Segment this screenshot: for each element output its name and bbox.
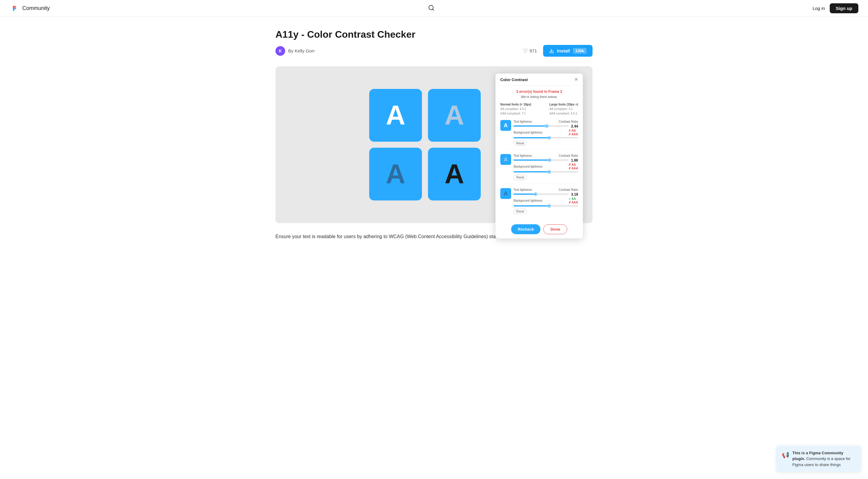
letter-grid: A A A A xyxy=(369,89,481,201)
download-icon xyxy=(549,49,554,53)
wcag-normal-title: Normal fonts (< 19px) xyxy=(500,103,531,106)
bg-lightness-label-2: Background lightness xyxy=(514,165,542,168)
reset-button-1[interactable]: Reset xyxy=(514,141,527,146)
panel-header: Color Contrast ✕ xyxy=(495,73,583,86)
reset-button-2[interactable]: Reset xyxy=(514,175,527,180)
text-slider-2[interactable] xyxy=(514,159,569,161)
login-button[interactable]: Log in xyxy=(812,6,825,11)
contrast-details-1: Text lightness Contrast Ratio 2.44 xyxy=(514,120,578,146)
header-right: Log in Sign up xyxy=(812,3,858,13)
site-title: Community xyxy=(22,5,50,11)
panel-footer: Recheck Done xyxy=(495,221,583,238)
install-label: Install xyxy=(557,48,570,53)
wcag-large-aa: AA compliant: 3:1 xyxy=(550,107,573,111)
header-left: Community xyxy=(10,4,50,13)
plugin-meta: K By Kelly Gorr ♡ 971 Install 130k xyxy=(276,45,592,57)
text-lightness-row-3: Text lightness Contrast Ratio xyxy=(514,188,578,191)
bg-lightness-row-1: Background lightness ✗ AA ✗ AAA xyxy=(514,129,578,136)
listing-message: We're listing them below. xyxy=(500,95,578,98)
bg-slider-1[interactable] xyxy=(514,137,578,138)
aa-badge-1: ✗ AA xyxy=(568,129,576,132)
text-lightness-label-2: Text lightness xyxy=(514,154,532,157)
svg-line-1 xyxy=(433,9,434,10)
bg-lightness-label-1: Background lightness xyxy=(514,131,542,134)
contrast-details-3: Text lightness Contrast Ratio 3.19 xyxy=(514,188,578,214)
done-button[interactable]: Done xyxy=(544,224,567,234)
page-title: A11y - Color Contrast Checker xyxy=(276,29,592,40)
reset-row-3 xyxy=(514,205,578,207)
error-message: 3 error(s) found in Frame 2 xyxy=(500,90,578,94)
contrast-preview-2: A xyxy=(500,154,511,165)
install-count: 130k xyxy=(573,48,587,54)
compliance-badges-3: ✓ AA ✗ AAA xyxy=(568,197,578,204)
aa-badge-2: ✗ AA xyxy=(568,163,576,167)
avatar: K xyxy=(276,46,285,56)
signup-button[interactable]: Sign up xyxy=(830,3,858,13)
text-slider-1[interactable] xyxy=(514,125,569,127)
letter-card-1: A xyxy=(369,89,422,142)
preview-area: A A A A Color Contrast ✕ 3 error(s) foun… xyxy=(276,66,592,223)
reset-row-1 xyxy=(514,137,578,139)
compliance-badges-1: ✗ AA ✗ AAA xyxy=(568,129,578,136)
aaa-badge-3: ✗ AAA xyxy=(568,201,578,204)
wcag-info: Normal fonts (< 19px) AA compliant: 4.5:… xyxy=(500,102,578,116)
text-slider-3[interactable] xyxy=(514,193,569,195)
letter-card-4: A xyxy=(428,148,481,201)
contrast-value-1: 2.44 xyxy=(571,124,578,128)
letter-card-2: A xyxy=(428,89,481,142)
contrast-item-1: A Text lightness Contrast Ratio xyxy=(500,120,578,150)
likes-count: ♡ 971 xyxy=(523,48,537,54)
panel-title: Color Contrast xyxy=(500,78,528,82)
wcag-large-title: Large fonts (19px +) xyxy=(550,103,578,106)
contrast-ratio-label-1: Contrast Ratio xyxy=(559,120,578,123)
reset-button-3[interactable]: Reset xyxy=(514,209,527,214)
plugin-panel: Color Contrast ✕ 3 error(s) found in Fra… xyxy=(495,73,583,238)
close-button[interactable]: ✕ xyxy=(574,77,578,82)
wcag-normal-aa: AA compliant: 4.5:1 xyxy=(500,107,526,111)
meta-right: ♡ 971 Install 130k xyxy=(523,45,592,57)
reset-row-2 xyxy=(514,171,578,173)
aaa-badge-2: ✗ AAA xyxy=(568,167,578,170)
contrast-value-3: 3.19 xyxy=(571,192,578,197)
compliance-badges-2: ✗ AA ✗ AAA xyxy=(568,163,578,170)
author-name: By Kelly Gorr xyxy=(288,48,315,53)
contrast-item-3: A Text lightness Contrast Ratio xyxy=(500,188,578,218)
panel-body: 3 error(s) found in Frame 2 We're listin… xyxy=(495,86,583,221)
bg-slider-2[interactable] xyxy=(514,171,578,173)
likes-number: 971 xyxy=(530,48,537,53)
figma-logo-icon xyxy=(10,4,19,13)
main-content: A11y - Color Contrast Checker K By Kelly… xyxy=(268,17,600,258)
contrast-preview-1: A xyxy=(500,120,511,131)
contrast-ratio-label-2: Contrast Ratio xyxy=(559,154,578,157)
contrast-ratio-label-3: Contrast Ratio xyxy=(559,188,578,191)
wcag-normal-aaa: AAA compliant: 7:1 xyxy=(500,112,526,115)
bg-lightness-row-2: Background lightness ✗ AA ✗ AAA xyxy=(514,163,578,170)
install-button[interactable]: Install 130k xyxy=(543,45,592,57)
wcag-normal-col: Normal fonts (< 19px) AA compliant: 4.5:… xyxy=(500,102,531,116)
contrast-details-2: Text lightness Contrast Ratio 1.86 xyxy=(514,154,578,180)
contrast-row-1: A Text lightness Contrast Ratio xyxy=(500,120,578,146)
wcag-large-aaa: AAA compliant: 4.5:1 xyxy=(550,112,578,115)
wcag-large-col: Large fonts (19px +) AA compliant: 3:1 A… xyxy=(550,102,578,116)
bg-lightness-row-3: Background lightness ✓ AA ✗ AAA xyxy=(514,197,578,204)
contrast-value-2: 1.86 xyxy=(571,158,578,162)
contrast-row-3: A Text lightness Contrast Ratio xyxy=(500,188,578,214)
author-row: K By Kelly Gorr xyxy=(276,46,315,56)
search-area xyxy=(426,2,437,15)
letter-card-3: A xyxy=(369,148,422,201)
aa-badge-3: ✓ AA xyxy=(568,197,576,201)
contrast-item-2: A Text lightness Contrast Ratio xyxy=(500,154,578,184)
text-lightness-label-1: Text lightness xyxy=(514,120,532,123)
aaa-badge-1: ✗ AAA xyxy=(568,132,578,136)
header: Community Log in Sign up xyxy=(0,0,868,17)
bg-lightness-label-3: Background lightness xyxy=(514,199,542,202)
search-button[interactable] xyxy=(426,2,437,15)
bg-slider-3[interactable] xyxy=(514,205,578,207)
text-lightness-row-1: Text lightness Contrast Ratio xyxy=(514,120,578,123)
contrast-row-2: A Text lightness Contrast Ratio xyxy=(500,154,578,180)
recheck-button[interactable]: Recheck xyxy=(511,224,540,234)
text-lightness-label-3: Text lightness xyxy=(514,188,532,191)
contrast-preview-3: A xyxy=(500,188,511,199)
text-lightness-row-2: Text lightness Contrast Ratio xyxy=(514,154,578,157)
heart-icon: ♡ xyxy=(523,48,528,54)
